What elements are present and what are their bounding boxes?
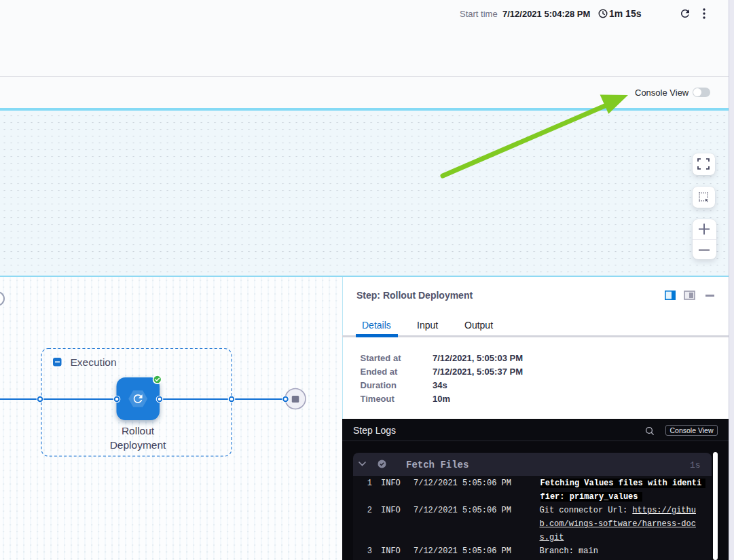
svg-text:Rollout: Rollout: [122, 425, 155, 436]
svg-text:Execution: Execution: [71, 356, 117, 368]
svg-text:Deployment: Deployment: [110, 439, 166, 451]
